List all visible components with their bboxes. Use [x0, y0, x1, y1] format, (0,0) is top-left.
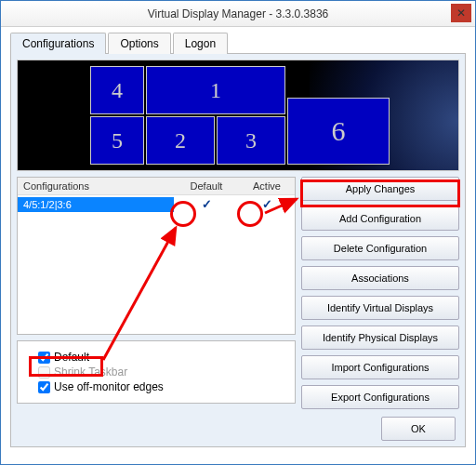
tab-pane: 4 5 1 2 3 6 Configurations Default Activ… [10, 54, 466, 447]
tab-bar: Configurations Options Logon [10, 33, 466, 54]
shrink-checkbox [38, 366, 50, 379]
identify-physical-button[interactable]: Identify Physical Displays [301, 326, 459, 350]
apply-changes-button[interactable]: Apply Changes [301, 177, 459, 201]
close-icon: ✕ [456, 7, 466, 20]
tab-logon[interactable]: Logon [173, 33, 228, 54]
action-buttons: Apply Changes Add Configuration Delete C… [301, 177, 459, 409]
row-active-check: ✓ [262, 197, 272, 211]
display-preview: 4 5 1 2 3 6 [17, 60, 459, 171]
tab-options[interactable]: Options [108, 33, 170, 54]
offmonitor-checkbox[interactable] [38, 381, 50, 393]
default-label: Default [54, 351, 89, 364]
titlebar: Virtual Display Manager - 3.3.0.3836 ✕ [1, 1, 475, 27]
col-default: Default [174, 178, 239, 194]
region-6: 6 [287, 98, 390, 165]
associations-button[interactable]: Associations [301, 266, 459, 290]
offmonitor-label: Use off-monitor edges [54, 380, 164, 393]
row-default-check: ✓ [202, 197, 212, 211]
configurations-list[interactable]: Configurations Default Active 4/5:1/2|3:… [17, 177, 296, 335]
tab-configurations[interactable]: Configurations [10, 33, 106, 54]
app-window: Virtual Display Manager - 3.3.0.3836 ✕ C… [0, 0, 476, 465]
delete-configuration-button[interactable]: Delete Configuration [301, 236, 459, 260]
ok-button[interactable]: OK [381, 417, 456, 441]
default-checkbox[interactable] [38, 352, 50, 364]
opt-shrink-row: Shrink Taskbar [38, 365, 287, 379]
region-4: 4 [90, 66, 144, 114]
window-title: Virtual Display Manager - 3.3.0.3836 [148, 7, 329, 20]
row-name: 4/5:1/2|3:6 [18, 197, 174, 212]
region-2: 2 [146, 116, 215, 165]
import-configurations-button[interactable]: Import Configurations [301, 355, 459, 379]
col-active: Active [239, 178, 295, 194]
region-1: 1 [146, 66, 285, 114]
col-configurations: Configurations [18, 178, 174, 194]
list-row[interactable]: 4/5:1/2|3:6 ✓ ✓ [18, 195, 295, 213]
options-box: Default Shrink Taskbar Use off-monitor e… [17, 340, 296, 404]
opt-offmonitor-row[interactable]: Use off-monitor edges [38, 380, 287, 393]
export-configurations-button[interactable]: Export Configurations [301, 385, 459, 409]
add-configuration-button[interactable]: Add Configuration [301, 206, 459, 231]
list-header: Configurations Default Active [18, 178, 295, 195]
region-3: 3 [217, 116, 285, 165]
shrink-label: Shrink Taskbar [54, 365, 127, 379]
opt-default-row[interactable]: Default [38, 351, 287, 364]
region-5: 5 [90, 116, 144, 165]
close-button[interactable]: ✕ [451, 4, 471, 22]
identify-virtual-button[interactable]: Identify Virtual Displays [301, 296, 459, 320]
content-area: Configurations Options Logon 4 5 1 2 3 6… [1, 27, 475, 457]
